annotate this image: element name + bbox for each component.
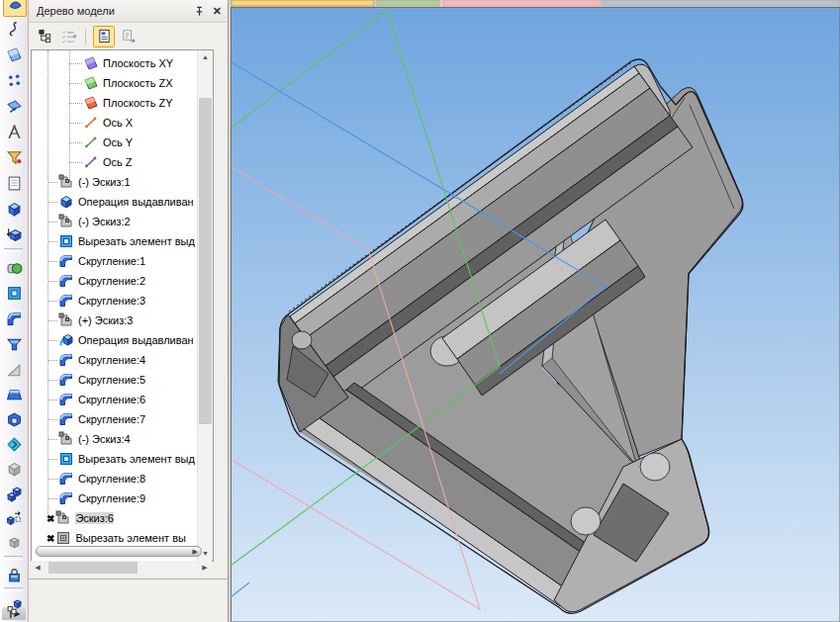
surface-button[interactable]: [3, 94, 25, 118]
active-tool-button[interactable]: [3, 0, 27, 17]
rotate-body-button[interactable]: [3, 432, 25, 456]
construction-plane-button[interactable]: [3, 43, 25, 66]
tree-item[interactable]: Скругление:6: [32, 390, 214, 409]
model-tree: Плоскость XYПлоскость ZXПлоскость ZYОсь …: [31, 49, 214, 562]
panel-horizontal-scrollbar[interactable]: ◀ ▶: [31, 561, 212, 575]
pin-icon[interactable]: [194, 6, 205, 17]
tree-item[interactable]: Скругление:7: [32, 409, 214, 429]
tree-item[interactable]: Скругление:4: [32, 350, 214, 370]
tree-item[interactable]: Плоскость XY: [32, 53, 214, 73]
tree-item-label: Операция выдавливан: [78, 196, 194, 208]
part-end-cap-bump: [640, 453, 670, 481]
extrusion-button[interactable]: [3, 197, 25, 221]
toolbar-separator: [85, 29, 86, 44]
tree-item[interactable]: Плоскость ZY: [32, 93, 214, 113]
composition-view-icon: [97, 29, 112, 44]
document-tab-yellow[interactable]: [232, 0, 374, 6]
document-tab-pink[interactable]: [443, 0, 601, 6]
tree-item[interactable]: Ось Z: [32, 152, 214, 172]
scroll-left-icon[interactable]: ◀: [31, 564, 45, 572]
lock-icon: [6, 567, 23, 583]
viewport-3d[interactable]: [228, 0, 840, 622]
tree-item[interactable]: ✖Вырезать элемент вы: [32, 528, 214, 548]
tree-item[interactable]: Операция выдавливан: [32, 192, 214, 212]
scrollbar-thumb[interactable]: [48, 562, 138, 574]
plane-xy-icon: [83, 55, 99, 71]
tree-item-label: Ось Z: [103, 156, 133, 168]
tree-item[interactable]: (-) Эскиз:1: [32, 172, 214, 192]
filter-button[interactable]: [3, 145, 25, 169]
extrusion-down-button[interactable]: [3, 222, 25, 246]
tree-item-label: Скругление:1: [78, 255, 145, 267]
close-icon[interactable]: ✕: [213, 0, 222, 22]
panel-title: Дерево модели: [37, 5, 115, 17]
axis-y-icon: [83, 134, 99, 150]
tree-item[interactable]: Вырезать элемент выд: [32, 231, 214, 251]
viewport-canvas: [228, 0, 840, 622]
fillet-icon: [58, 372, 74, 388]
boolean-operation-icon: [6, 259, 23, 276]
toolbar-separator: [4, 248, 23, 252]
spline-by-points-button[interactable]: [3, 120, 25, 143]
dropdown-arrow-icon[interactable]: ▾: [73, 33, 77, 41]
tree-item-label: Скругление:4: [78, 354, 145, 366]
shell-button[interactable]: [3, 407, 25, 431]
tree-item[interactable]: (-) Эскиз:4: [32, 429, 214, 449]
tree-item[interactable]: Операция выдавливан: [32, 330, 214, 350]
tree-item[interactable]: Скругление:5: [32, 370, 214, 390]
tree-item[interactable]: Ось Y: [32, 133, 214, 152]
sheet-button[interactable]: [3, 171, 25, 195]
construction-plane-icon: [6, 46, 23, 63]
macro-element-button[interactable]: [3, 593, 25, 617]
points-group-button[interactable]: [3, 68, 25, 92]
tree-item-label: Скругление:7: [78, 413, 145, 425]
tree-item[interactable]: Скругление:8: [32, 469, 214, 489]
sheet-icon: [6, 175, 23, 192]
part-left-cap-bump: [292, 331, 312, 349]
model-tree-panel: Дерево модели ✕ ▾: [28, 0, 229, 622]
boolean-operation-button[interactable]: [3, 255, 25, 279]
rotate-body-icon: [6, 436, 23, 453]
scroll-up-icon[interactable]: ▲: [198, 50, 213, 64]
document-tab-green[interactable]: [377, 0, 439, 6]
tree-item-label: Скругление:8: [78, 473, 145, 485]
tree-item[interactable]: ✖Эскиз:6: [32, 508, 214, 528]
tree-item[interactable]: Скругление:2: [32, 271, 214, 291]
copy-array-button[interactable]: [3, 482, 25, 505]
tree-item[interactable]: Плоскость ZX: [32, 73, 214, 93]
tree-structure-button[interactable]: [35, 27, 54, 46]
cut-extrusion-button[interactable]: [3, 281, 25, 305]
tree-connector: [69, 142, 82, 143]
cut-extrusion-icon: [6, 285, 23, 302]
relations-view-button[interactable]: [119, 27, 139, 46]
tree-item[interactable]: Скругление:1: [32, 251, 214, 271]
tree-item[interactable]: Скругление:9: [32, 489, 214, 508]
conic-spline-button[interactable]: [3, 17, 25, 41]
composition-view-button[interactable]: [93, 26, 115, 47]
tree-connector: [47, 281, 57, 282]
macro-element-icon: [6, 597, 23, 614]
tree-vertical-scrollbar[interactable]: ▲ ▼: [197, 50, 213, 561]
tree-item-label: Ось Y: [103, 136, 133, 148]
tree-horizontal-scrollbar[interactable]: ▶: [36, 546, 202, 557]
operation-disabled-icon: [6, 461, 23, 478]
mirror-array-button[interactable]: [3, 506, 25, 530]
tree-item[interactable]: Вырезать элемент выд: [32, 449, 214, 469]
tree-item[interactable]: (-) Эскиз:2: [32, 212, 214, 231]
scrollbar-thumb[interactable]: [199, 98, 212, 424]
section-list-button[interactable]: ▾: [58, 27, 78, 46]
tree-item[interactable]: Ось X: [32, 113, 214, 133]
fillet-icon: [58, 253, 74, 269]
scroll-right-icon[interactable]: ▶: [198, 564, 212, 572]
tree-item[interactable]: Скругление:3: [32, 291, 214, 311]
fillet-button[interactable]: [3, 307, 25, 330]
tree-item-label: Эскиз:6: [75, 512, 114, 524]
tree-connector: [47, 202, 57, 203]
cut-extrude-icon: [58, 233, 74, 249]
fillet-icon: [58, 411, 74, 427]
draft-button[interactable]: [3, 383, 25, 406]
tree-item[interactable]: (+) Эскиз:3: [32, 311, 214, 330]
lock-button[interactable]: [3, 563, 25, 586]
cut-revolution-button[interactable]: [3, 332, 25, 356]
panel-divider: [28, 578, 228, 579]
